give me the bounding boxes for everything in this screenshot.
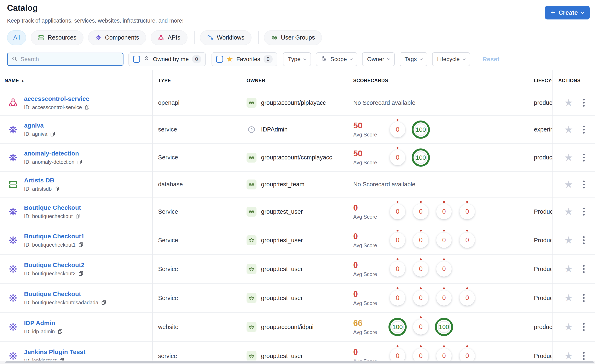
entity-name-link[interactable]: Boutique Checkout [24, 204, 81, 211]
favorite-star-icon[interactable]: ★ [564, 264, 573, 274]
entity-id-text: ID: anomaly-detection [24, 159, 74, 165]
copy-icon[interactable] [75, 213, 81, 219]
kebab-menu-icon[interactable] [582, 125, 586, 135]
copy-icon[interactable] [50, 131, 56, 137]
favorite-star-icon[interactable]: ★ [564, 322, 573, 332]
reset-filters-link[interactable]: Reset [482, 56, 499, 63]
no-scorecard-text: No Scorecard available [353, 99, 415, 106]
copy-icon[interactable] [54, 186, 60, 192]
kebab-menu-icon[interactable] [582, 264, 586, 274]
tab-group-divider [194, 31, 195, 44]
column-header-lifecycle: LIFECYC [534, 78, 552, 84]
kebab-menu-icon[interactable] [582, 322, 586, 332]
owned-by-me-filter[interactable]: Owned by me 0 [128, 52, 206, 66]
table-row[interactable]: Artists DB ID: artistsdb database group:… [0, 172, 595, 197]
horizontal-scrollbar-thumb[interactable] [5, 361, 594, 363]
type-dropdown[interactable]: Type [283, 52, 311, 66]
entity-name-link[interactable]: IDP Admin [24, 320, 63, 327]
table-row[interactable]: IDP Admin ID: idp-admin website group:ac… [0, 313, 595, 342]
entity-name-block: anomaly-detection ID: anomaly-detection [24, 150, 83, 165]
scorecard-score-0: 0 [460, 290, 475, 306]
copy-icon[interactable] [78, 242, 84, 248]
copy-icon[interactable] [84, 104, 90, 110]
kebab-menu-icon[interactable] [582, 152, 586, 163]
lifecycle-cell: Produc [534, 226, 552, 254]
favorite-star-icon[interactable]: ★ [564, 98, 573, 108]
tags-dropdown[interactable]: Tags [400, 52, 427, 66]
favorite-star-icon[interactable]: ★ [564, 207, 573, 217]
table-row[interactable]: Boutique Checkout ID: boutiquecheckoutds… [0, 284, 595, 313]
table-row[interactable]: Boutique Checkout1 ID: boutiquecheckout1… [0, 226, 595, 255]
tab-components[interactable]: Components [88, 30, 146, 45]
scorecard-score-0: 0 [413, 290, 428, 306]
entity-name-link[interactable]: Artists DB [24, 177, 60, 184]
favorite-star-icon[interactable]: ★ [564, 180, 573, 189]
copy-icon[interactable] [57, 329, 63, 334]
favorite-star-icon[interactable]: ★ [564, 125, 573, 135]
entity-name-link[interactable]: Jenkins Plugin Tesst [24, 349, 85, 356]
entity-name-link[interactable]: Boutique Checkout1 [24, 233, 85, 240]
actions-cell: ★ [552, 172, 595, 197]
entity-id-text: ID: artistsdb [24, 186, 52, 192]
copy-icon[interactable] [77, 159, 83, 165]
copy-icon[interactable] [101, 300, 107, 305]
kebab-menu-icon[interactable] [582, 293, 586, 303]
favorites-filter[interactable]: ★ Favorites 0 [212, 52, 277, 66]
favorite-star-icon[interactable]: ★ [564, 351, 573, 360]
tab-all[interactable]: All [7, 30, 26, 45]
kebab-menu-icon[interactable] [582, 98, 586, 108]
favorite-star-icon[interactable]: ★ [564, 235, 573, 245]
avg-score-block: 0 Avg Score [353, 290, 383, 306]
entity-name-link[interactable]: agniva [24, 122, 56, 129]
owner-dropdown[interactable]: Owner [362, 52, 395, 66]
kebab-menu-icon[interactable] [582, 206, 586, 217]
table-row[interactable]: anomaly-detection ID: anomaly-detection … [0, 144, 595, 172]
tab-workflows[interactable]: Workflows [200, 30, 252, 45]
entity-name-block: Boutique Checkout ID: boutiquecheckoutds… [24, 290, 107, 306]
gear-icon [8, 264, 18, 274]
scorecard-circles: 0000 [386, 290, 479, 306]
table-row[interactable]: Boutique Checkout ID: boutiquecheckout S… [0, 197, 595, 226]
search-input[interactable] [21, 56, 119, 63]
entity-id-text: ID: jenkinstest [24, 357, 57, 361]
table-row[interactable]: Boutique Checkout2 ID: boutiquecheckout2… [0, 255, 595, 284]
tab-user-groups[interactable]: User Groups [264, 30, 322, 45]
gear-icon [8, 125, 18, 135]
scope-dropdown[interactable]: Scope [316, 52, 357, 66]
entity-name-link[interactable]: accesscontrol-service [24, 95, 90, 102]
scorecards-cell: 0 Avg Score 0000 [353, 342, 531, 360]
api-icon [158, 34, 164, 41]
owner-label: group:test_user [261, 208, 303, 215]
table-row[interactable]: accesscontrol-service ID: accesscontrol-… [0, 90, 595, 116]
owned-by-me-checkbox[interactable] [133, 56, 140, 63]
lifecycle-dropdown[interactable]: Lifecycle [432, 52, 470, 66]
entity-name-link[interactable]: Boutique Checkout2 [24, 261, 85, 269]
kebab-menu-icon[interactable] [582, 235, 586, 245]
avg-score-value: 50 [353, 149, 383, 158]
favorite-star-icon[interactable]: ★ [564, 293, 573, 303]
score-marker-dot [466, 201, 468, 203]
scorecard-circles: 1000100 [386, 318, 456, 336]
entity-id-text: ID: agniva [24, 131, 47, 137]
kebab-menu-icon[interactable] [582, 179, 586, 190]
kebab-menu-icon[interactable] [582, 351, 586, 360]
favorite-star-icon[interactable]: ★ [564, 153, 573, 162]
table-row[interactable]: agniva ID: agniva service ?IDPAdmin 50 A… [0, 116, 595, 144]
scorecard-score-0: 0 [390, 261, 405, 277]
name-cell: accesscontrol-service ID: accesscontrol-… [8, 90, 149, 115]
tab-apis[interactable]: APIs [151, 30, 187, 45]
favorites-checkbox[interactable] [216, 56, 223, 63]
entity-name-link[interactable]: Boutique Checkout [24, 290, 107, 298]
copy-icon[interactable] [78, 271, 84, 276]
owner-label: group:test_user [261, 295, 303, 301]
search-box[interactable] [7, 53, 123, 66]
copy-icon[interactable] [59, 357, 65, 360]
table-row[interactable]: Jenkins Plugin Tesst ID: jenkinstest ser… [0, 342, 595, 360]
score-marker-dot [420, 345, 422, 347]
tab-resources[interactable]: Resources [31, 30, 84, 45]
chevron-down-icon [350, 57, 353, 60]
entity-name-link[interactable]: anomaly-detection [24, 150, 83, 157]
column-header-name[interactable]: NAME▲ [5, 78, 24, 84]
create-button[interactable]: + Create [545, 6, 590, 20]
type-cell: service [158, 342, 241, 360]
